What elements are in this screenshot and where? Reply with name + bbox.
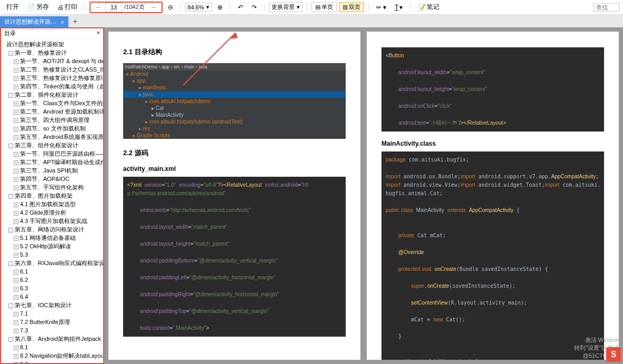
outline-item[interactable]: +第三节、热修复设计之热修复原理 xyxy=(1,74,103,82)
page-number-input[interactable] xyxy=(105,3,122,12)
outline-item[interactable]: +第二节、Android 资源加载机制详解 xyxy=(1,107,103,116)
outline-item[interactable]: -第二章、插件化框架设计 xyxy=(1,90,103,99)
tree-toggle-icon[interactable]: - xyxy=(8,51,13,56)
outline-item[interactable]: +7.1 xyxy=(1,309,103,318)
outline-item[interactable]: 设计思想解读开源框架 xyxy=(1,40,103,48)
tree-toggle-icon[interactable]: + xyxy=(14,320,18,325)
rotate-left-button[interactable]: ↶ xyxy=(235,3,246,12)
tree-toggle-icon[interactable]: + xyxy=(14,253,18,258)
outline-item[interactable]: +6.3 xyxy=(1,284,103,292)
tree-toggle-icon[interactable]: + xyxy=(14,152,18,157)
outline-item[interactable]: +4.3 手写图片加载框架实战 xyxy=(1,217,103,225)
outline-item[interactable]: -第七章、IOC架构设计 xyxy=(1,301,103,309)
tree-toggle-icon[interactable]: + xyxy=(14,85,18,89)
tree-toggle-icon[interactable]: + xyxy=(14,118,18,123)
outline-item[interactable]: +8.2 Navigation如何解决tabLayout问题 xyxy=(1,351,103,360)
outline-item[interactable]: +5.1 网络通信必备基础 xyxy=(1,234,103,242)
close-tab-icon[interactable]: × xyxy=(61,19,64,25)
outline-item[interactable]: +第一节、Class文件与Dex文件的结构解读 xyxy=(1,99,103,107)
saveas-button[interactable]: 📄另存 xyxy=(24,2,52,13)
single-page-button[interactable]: ▤单页 xyxy=(312,2,337,12)
outline-item[interactable]: +8.1 xyxy=(1,343,103,351)
notes-button[interactable]: 📝笔记 xyxy=(415,2,443,13)
rotate-right-button[interactable]: ↷ xyxy=(248,3,260,12)
tree-toggle-icon[interactable]: + xyxy=(14,211,18,216)
tree-toggle-icon[interactable]: - xyxy=(8,144,13,148)
tree-toggle-icon[interactable]: - xyxy=(8,228,13,232)
tree-toggle-icon[interactable]: + xyxy=(14,68,18,73)
tree-toggle-icon[interactable]: - xyxy=(8,261,13,266)
tree-toggle-icon[interactable]: + xyxy=(14,270,18,275)
tree-toggle-icon[interactable]: + xyxy=(14,160,18,165)
tree-toggle-icon[interactable]: + xyxy=(14,312,18,317)
tree-toggle-icon[interactable]: + xyxy=(14,245,18,249)
double-page-button[interactable]: ▥双页 xyxy=(339,2,364,12)
tree-toggle-icon[interactable]: + xyxy=(14,287,18,291)
tree-toggle-icon[interactable]: + xyxy=(14,59,18,64)
tree-toggle-icon[interactable]: - xyxy=(8,337,13,342)
outline-item[interactable]: +第一节、AOT/JIT & dexopt 与 dex2oa xyxy=(1,57,103,65)
outline-item[interactable]: +7.2 ButterKnife原理 xyxy=(1,318,103,326)
outline-item[interactable]: +第三节、Java SPI机制 xyxy=(1,166,103,175)
tree-toggle-icon[interactable]: + xyxy=(14,219,18,224)
outline-item[interactable]: +6.2 xyxy=(1,276,103,284)
tree-toggle-icon[interactable]: + xyxy=(14,76,18,81)
print-button[interactable]: 🖨打印 xyxy=(54,2,81,13)
tree-toggle-icon[interactable]: + xyxy=(14,135,18,140)
outline-item[interactable]: -第三章、组件化框架设计 xyxy=(1,141,103,149)
next-page-button[interactable]: → xyxy=(147,4,159,11)
outline-item[interactable]: +5.3 xyxy=(1,250,103,259)
outline-item[interactable]: +5.2 OkHttp源码解读 xyxy=(1,242,103,250)
search-input[interactable] xyxy=(594,3,620,12)
outline-item[interactable]: -第一章、热修复设计 xyxy=(1,48,103,57)
add-tab-button[interactable]: + xyxy=(68,16,82,27)
outline-item[interactable]: +7.3 xyxy=(1,326,103,335)
document-tab[interactable]: 设计思想解读开源框架无水印版 × xyxy=(0,16,68,27)
tree-toggle-icon[interactable]: + xyxy=(14,169,18,174)
outline-item[interactable]: -第六章、RXJava响应式编程框架设计 xyxy=(1,259,103,267)
tree-toggle-icon[interactable]: + xyxy=(14,278,18,283)
sidebar-close-icon[interactable]: × xyxy=(97,29,100,37)
text-button[interactable]: T ▾ xyxy=(391,3,406,12)
outline-item[interactable]: +6.1 xyxy=(1,267,103,276)
zoom-out-button[interactable]: ⊖ xyxy=(165,3,176,12)
outline-item[interactable]: -第四章、图片加载框架 xyxy=(1,191,103,200)
tree-toggle-icon[interactable]: + xyxy=(14,177,18,182)
outline-item[interactable]: +第五节、Android系统服务实现原理 xyxy=(1,133,103,141)
tree-toggle-icon[interactable]: + xyxy=(14,236,18,241)
tree-toggle-icon[interactable]: - xyxy=(8,194,13,199)
prev-page-button[interactable]: ← xyxy=(93,4,105,11)
outline-item[interactable]: +第三节、四大组件调用原理 xyxy=(1,116,103,124)
tree-toggle-icon[interactable]: - xyxy=(8,93,13,98)
outline-item[interactable]: +第四节、Tinker的集成与使用（自动补丁 xyxy=(1,82,103,90)
page-viewport[interactable]: 2.1 目录结构 HotPatchDemo › app › src › main… xyxy=(104,27,623,364)
tree-toggle-icon[interactable]: - xyxy=(8,304,13,308)
outline-item[interactable]: +4.2 Glide原理分析 xyxy=(1,208,103,217)
outline-tree[interactable]: 设计思想解读开源框架-第一章、热修复设计+第一节、AOT/JIT & dexop… xyxy=(1,39,103,364)
open-button[interactable]: 打开 xyxy=(3,2,22,13)
outline-item[interactable]: +第五节、手写组件化架构 xyxy=(1,183,103,191)
background-select[interactable]: 更换背景 ▾ xyxy=(269,2,303,12)
outline-item[interactable]: +第二节、热修复设计之CLASS_ISPREVER xyxy=(1,65,103,74)
outline-item[interactable]: -第五章、网络访问框架设计 xyxy=(1,225,103,234)
tree-toggle-icon[interactable]: + xyxy=(14,186,18,190)
tree-toggle-icon[interactable]: + xyxy=(14,102,18,106)
zoom-select[interactable]: 84.6% ▾ xyxy=(185,3,212,12)
outline-item[interactable]: +4.1 图片加载框架选型 xyxy=(1,200,103,208)
outline-item[interactable]: +第二节、APT编译时期自动生成代码&动 xyxy=(1,158,103,166)
tree-toggle-icon[interactable]: + xyxy=(14,110,18,115)
tree-toggle-icon[interactable]: + xyxy=(14,127,18,132)
outline-item[interactable]: +8.3 xyxy=(1,360,103,364)
outline-item[interactable]: -第八章、Android架构组件Jetpack xyxy=(1,335,103,343)
outline-item[interactable]: +第一节、阿里巴巴开源路由框——ARout xyxy=(1,149,103,158)
outline-item[interactable]: +第四节、so 文件加载机制 xyxy=(1,124,103,133)
tree-toggle-icon[interactable]: + xyxy=(14,354,18,359)
tree-toggle-icon[interactable]: + xyxy=(14,295,18,300)
tree-toggle-icon[interactable]: + xyxy=(14,203,18,207)
outline-item[interactable]: +第四节、AOP&IOC xyxy=(1,175,103,183)
outline-item[interactable]: +6.4 xyxy=(1,292,103,301)
highlight-button[interactable]: ✏ ▾ xyxy=(373,3,389,12)
tree-toggle-icon[interactable]: + xyxy=(14,346,18,350)
tree-toggle-icon[interactable]: + xyxy=(14,329,18,333)
zoom-in-button[interactable]: ⊕ xyxy=(214,3,226,12)
